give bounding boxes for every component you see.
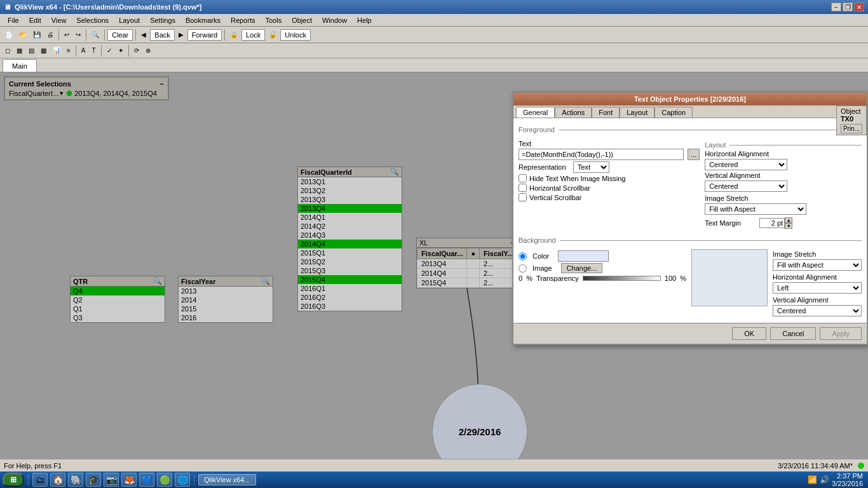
title-bar: 🖥 QlikView x64 - [C:\Users\admin\Downloa…	[0, 0, 868, 14]
transparency-label: Transparency	[536, 274, 579, 282]
back-button[interactable]: Back	[150, 29, 174, 41]
text-margin-spinbox[interactable]: ▲ ▼	[759, 217, 792, 229]
image-radio[interactable]	[519, 264, 527, 273]
text-margin-up[interactable]: ▲	[785, 217, 792, 223]
active-app-btn[interactable]: QlikView x64...	[198, 474, 256, 485]
foreground-section: Foreground	[519, 126, 862, 133]
tb2-text[interactable]: T	[90, 44, 98, 57]
tb2-sel[interactable]: ✓	[104, 44, 114, 57]
image-stretch-select[interactable]: Fill with Aspect Fill Keep Aspect	[705, 203, 806, 215]
color-picker-btn[interactable]	[558, 250, 609, 262]
tab-actions[interactable]: Actions	[555, 107, 592, 118]
vert-scroll-checkbox[interactable]	[519, 193, 527, 201]
unlock-icon[interactable]: 🔓	[266, 29, 279, 41]
menu-view[interactable]: View	[46, 15, 72, 25]
lock-button[interactable]: Lock	[241, 29, 265, 41]
tb2-btn2[interactable]: ▦	[14, 44, 25, 57]
taskbar-system: 📶 🔊 2:37 PM 3/23/2016	[808, 472, 865, 487]
tab-font[interactable]: Font	[592, 107, 620, 118]
tab-caption[interactable]: Caption	[654, 107, 693, 118]
menu-reports[interactable]: Reports	[226, 15, 261, 25]
close-button[interactable]: ✕	[854, 3, 864, 11]
tb2-btn1[interactable]: ◻	[3, 44, 13, 57]
start-button[interactable]: ⊞	[3, 473, 24, 487]
taskbar-camera[interactable]: 📷	[104, 473, 119, 487]
representation-select[interactable]: Text Image	[573, 161, 609, 173]
taskbar-chat[interactable]: 🟢	[157, 473, 172, 487]
text-margin-label: Text Margin	[705, 219, 756, 227]
tb2-btn3[interactable]: ▤	[26, 44, 37, 57]
tb2-misc2[interactable]: ⊕	[143, 44, 153, 57]
menu-tools[interactable]: Tools	[260, 15, 287, 25]
color-radio[interactable]	[519, 252, 527, 261]
tab-general[interactable]: General	[516, 107, 555, 118]
text-margin-input[interactable]	[759, 218, 785, 228]
print-btn[interactable]: 🖨	[44, 29, 56, 41]
tb2-misc1[interactable]: ⟳	[132, 44, 142, 57]
back-icon[interactable]: ◀	[139, 29, 149, 41]
taskbar-db[interactable]: 🐘	[68, 473, 83, 487]
main-canvas: Current Selections − FiscalQuarterI... ▼…	[0, 72, 868, 471]
menu-edit[interactable]: Edit	[24, 15, 46, 25]
tab-main[interactable]: Main	[3, 59, 37, 72]
image-row: Image Change...	[519, 263, 686, 273]
menu-settings[interactable]: Settings	[145, 15, 180, 25]
taskbar-home[interactable]: 🏠	[50, 473, 65, 487]
tb2-font[interactable]: A	[79, 44, 88, 57]
menu-help[interactable]: Help	[352, 15, 377, 25]
menu-layout[interactable]: Layout	[114, 15, 145, 25]
text-row: Text	[519, 140, 700, 147]
tb2-btn7[interactable]: ✦	[116, 44, 126, 57]
forward-button[interactable]: Forward	[187, 29, 222, 41]
horiz-align-select-row: Centered Left Right	[705, 159, 862, 170]
vert-align-select[interactable]: Centered Top Bottom	[705, 180, 787, 192]
representation-label: Representation	[519, 163, 569, 171]
undo-btn[interactable]: ↩	[62, 29, 72, 41]
taskbar-network: 📶	[808, 475, 817, 484]
redo-btn[interactable]: ↪	[73, 29, 83, 41]
modal-overlay: Text Object Properties [2/29/2016] Objec…	[0, 72, 868, 471]
clear-button[interactable]: Clear	[107, 29, 133, 41]
change-btn[interactable]: Change...	[561, 263, 603, 273]
print-button[interactable]: Prin...	[841, 124, 862, 133]
tb2-btn4[interactable]: ▩	[38, 44, 49, 57]
horiz-scroll-checkbox[interactable]	[519, 184, 527, 192]
taskbar-firefox[interactable]: 🦊	[121, 473, 137, 487]
ok-button[interactable]: OK	[732, 327, 766, 340]
text-formula-input[interactable]	[519, 149, 684, 160]
tb2-btn5[interactable]: 📊	[50, 44, 63, 57]
vert-align-bg-select[interactable]: Centered Top Bottom	[773, 305, 862, 316]
cancel-button[interactable]: Cancel	[770, 327, 816, 340]
menu-object[interactable]: Object	[287, 15, 317, 25]
transparency-end: 100	[665, 274, 676, 282]
forward-icon[interactable]: ▶	[176, 29, 186, 41]
restore-button[interactable]: ❐	[843, 3, 853, 11]
img-stretch-bg-select[interactable]: Fill with Aspect Fill	[773, 259, 862, 271]
tb2-btn6[interactable]: ≡	[64, 44, 73, 57]
new-btn[interactable]: 📄	[3, 29, 15, 41]
lock-icon[interactable]: 🔒	[227, 29, 240, 41]
menu-bookmarks[interactable]: Bookmarks	[180, 15, 226, 25]
taskbar-files[interactable]: 🗂	[32, 473, 48, 487]
minimize-button[interactable]: −	[831, 3, 841, 11]
open-btn[interactable]: 📂	[17, 29, 29, 41]
taskbar-chrome[interactable]: 🌐	[175, 473, 190, 487]
formula-expand-btn[interactable]: ...	[688, 149, 700, 160]
apply-button[interactable]: Apply	[820, 327, 862, 340]
status-right: 3/23/2016 11:34:49 AM*	[778, 462, 864, 470]
taskbar-edu[interactable]: 🎓	[86, 473, 101, 487]
tab-layout[interactable]: Layout	[620, 107, 654, 118]
menu-window[interactable]: Window	[317, 15, 352, 25]
taskbar-skype[interactable]: 💙	[139, 473, 154, 487]
unlock-button[interactable]: Unlock	[280, 29, 311, 41]
save-btn[interactable]: 💾	[31, 29, 43, 41]
hide-text-checkbox[interactable]	[519, 174, 527, 182]
horiz-align-bg-select[interactable]: Left Center Right	[773, 282, 862, 294]
transparency-slider[interactable]	[583, 276, 661, 281]
menu-file[interactable]: File	[3, 15, 24, 25]
window-title: QlikView x64 - [C:\Users\admin\Downloads…	[15, 3, 201, 11]
menu-selections[interactable]: Selections	[71, 15, 114, 25]
search-btn[interactable]: 🔍	[89, 29, 102, 41]
text-margin-down[interactable]: ▼	[785, 223, 792, 229]
horiz-align-select[interactable]: Centered Left Right	[705, 159, 787, 170]
